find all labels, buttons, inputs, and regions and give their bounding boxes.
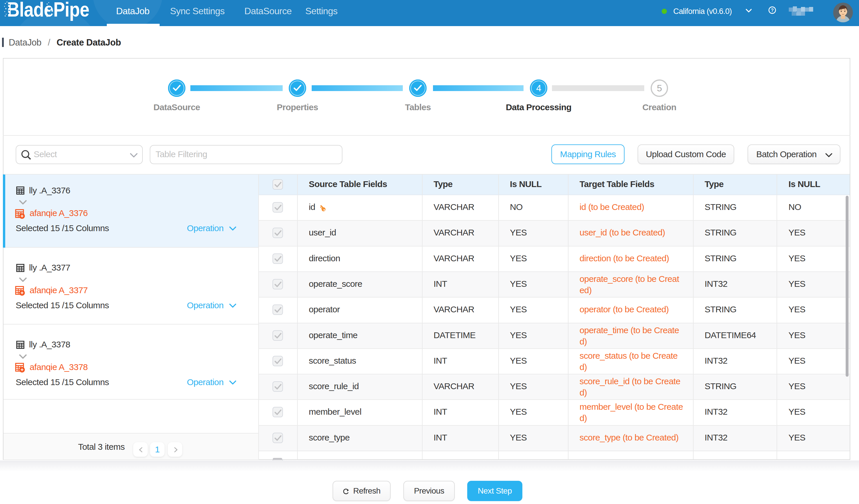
svg-text:?: ? — [771, 8, 773, 13]
